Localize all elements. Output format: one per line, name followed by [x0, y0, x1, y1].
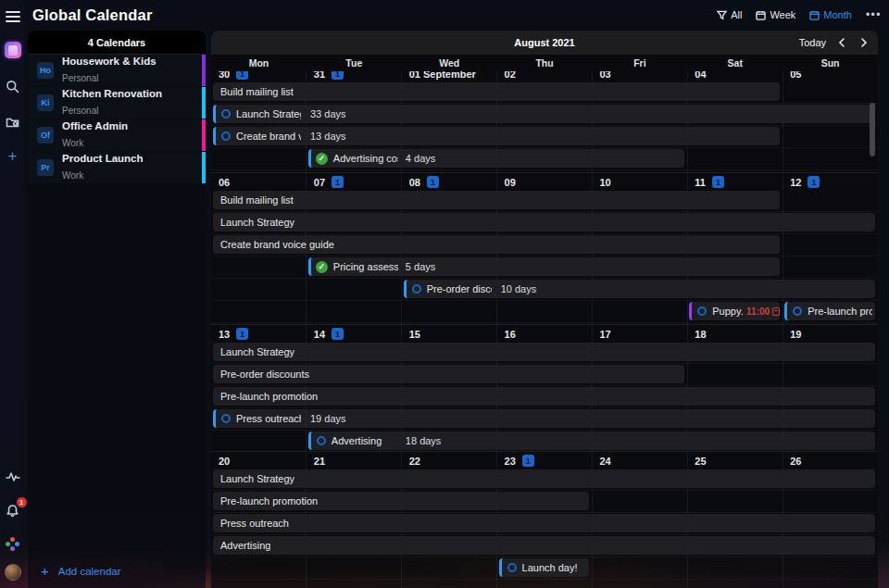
date-cell[interactable]: 20: [211, 452, 307, 467]
event-title: Launch Strategy: [231, 108, 301, 119]
date-cell[interactable]: 071: [307, 173, 402, 188]
calendar-event[interactable]: Advertising18 days: [308, 432, 875, 450]
calendar-event[interactable]: ✓Advertising cost...4 days: [308, 149, 684, 168]
date-cell[interactable]: 01 September: [402, 71, 497, 80]
calendar-event[interactable]: Pre-launch promotion: [213, 387, 875, 406]
calendar-week-row: 060710810910111121Build mailing listLaun…: [211, 172, 878, 324]
day-header: Wed: [402, 55, 497, 71]
date-cell[interactable]: 19: [783, 325, 878, 340]
page-title: Global Calendar: [32, 6, 153, 24]
task-done-icon: ✓: [316, 153, 328, 165]
date-cell[interactable]: 16: [497, 325, 593, 340]
event-title: Launch Strategy: [213, 346, 294, 357]
day-header-row: Mon Tue Wed Thu Fri Sat Sun: [211, 55, 878, 71]
calendar-list-item[interactable]: HoHousework & KidsPersonal: [28, 55, 206, 86]
date-cell[interactable]: 311: [307, 71, 402, 80]
date-cell[interactable]: 24: [592, 452, 687, 467]
filter-all-button[interactable]: All: [717, 9, 742, 20]
notification-badge: 1: [17, 497, 27, 507]
date-cell[interactable]: 04: [687, 71, 783, 80]
calendar-color-stripe: [202, 87, 206, 119]
activity-icon[interactable]: [6, 469, 20, 484]
calendar-initials-badge: Of: [37, 127, 54, 144]
app-logo-icon[interactable]: [5, 42, 21, 58]
task-circle-icon: [507, 563, 517, 572]
calendar-event[interactable]: Press outreach19 days: [213, 409, 875, 428]
calendar-list-item[interactable]: KiKitchen RenovationPersonal: [28, 87, 206, 119]
date-number: 25: [695, 456, 706, 467]
calendar-event[interactable]: Pre-order discounts: [213, 365, 684, 383]
calendar-event[interactable]: Launch day!: [499, 558, 590, 577]
date-cell[interactable]: 05: [783, 71, 878, 80]
user-avatar[interactable]: [5, 564, 21, 581]
calendar-event[interactable]: Launch Strategy: [213, 343, 875, 361]
month-view-button[interactable]: Month: [809, 9, 852, 20]
date-cell[interactable]: 06: [211, 173, 307, 188]
calendar-event[interactable]: ✓Pricing assessm...5 days: [308, 257, 780, 276]
date-cell[interactable]: 10: [592, 173, 687, 188]
previous-month-button[interactable]: [835, 36, 848, 49]
day-header: Thu: [497, 55, 593, 71]
search-icon[interactable]: [6, 79, 20, 94]
calendar-event[interactable]: Pre-launch pro...: [784, 302, 875, 320]
event-title: Press outreach: [231, 413, 301, 424]
integrations-icon[interactable]: [6, 536, 20, 551]
event-duration: 13 days: [310, 127, 346, 145]
calendar-event[interactable]: Launch Strategy: [213, 469, 875, 488]
calendar-event[interactable]: Build mailing list: [213, 191, 780, 209]
date-cell[interactable]: 26: [783, 452, 878, 467]
event-title: Pricing assessm...: [328, 261, 398, 272]
date-cell[interactable]: 09: [497, 173, 593, 188]
date-cell[interactable]: 22: [402, 452, 497, 467]
calendar-event[interactable]: Pre-launch promotion: [213, 492, 589, 510]
calendar-event[interactable]: Press outreach: [213, 514, 875, 532]
date-cell[interactable]: 141: [307, 325, 402, 340]
date-number: 22: [409, 456, 420, 467]
next-month-button[interactable]: [858, 36, 870, 49]
calendar-initials-badge: Pr: [37, 159, 54, 176]
date-cell[interactable]: 301: [211, 71, 307, 80]
reminder-icon: [772, 307, 780, 316]
calendar-event[interactable]: Pre-order disco...10 days: [404, 280, 875, 298]
event-count-badge: 1: [427, 176, 439, 188]
event-duration: 10 days: [501, 280, 537, 298]
calendar-event[interactable]: Launch Strategy: [213, 213, 875, 231]
date-cell[interactable]: 17: [592, 325, 687, 340]
calendar-list-item[interactable]: PrProduct LaunchWork: [28, 152, 206, 183]
notifications-bell-icon[interactable]: 1: [6, 503, 20, 518]
calendar-event[interactable]: Create brand voice guide: [213, 235, 780, 254]
event-title: Launch Strategy: [213, 473, 294, 484]
calendar-event[interactable]: Advertising: [213, 536, 875, 555]
date-cell[interactable]: 231: [497, 452, 593, 467]
date-number: 24: [599, 456, 610, 467]
date-cell[interactable]: 21: [307, 452, 402, 467]
today-button[interactable]: Today: [799, 37, 826, 48]
task-circle-icon: [317, 436, 326, 445]
date-cell[interactable]: 121: [783, 173, 878, 188]
date-cell[interactable]: 18: [687, 325, 783, 340]
date-cell[interactable]: 081: [402, 173, 497, 188]
calendar-list-item[interactable]: OfOffice AdminWork: [28, 119, 206, 151]
vertical-scrollbar[interactable]: [870, 103, 875, 156]
date-cell[interactable]: 03: [592, 71, 687, 80]
event-time: 11:00: [746, 307, 770, 317]
calendar-event[interactable]: Build mailing list: [213, 82, 780, 101]
date-cell[interactable]: 15: [402, 325, 497, 340]
more-options-button[interactable]: •••: [866, 8, 882, 21]
date-number: 16: [505, 329, 516, 340]
calendar-event[interactable]: Puppy...11:00: [689, 302, 780, 320]
hamburger-menu-icon[interactable]: [6, 8, 20, 25]
date-cell[interactable]: 131: [211, 325, 307, 340]
month-grid: 30131101 September02030405Build mailing …: [211, 71, 878, 588]
date-number: 07: [314, 177, 325, 188]
calendar-event[interactable]: Launch Strategy33 days: [213, 105, 875, 123]
add-calendar-button[interactable]: + Add calendar: [41, 563, 121, 579]
add-icon[interactable]: +: [6, 149, 20, 164]
calendar-event[interactable]: Create brand vo...13 days: [213, 127, 780, 145]
event-title: Advertising cost...: [328, 153, 398, 164]
week-view-button[interactable]: Week: [756, 9, 795, 20]
date-cell[interactable]: 25: [687, 452, 783, 467]
folder-icon[interactable]: [6, 114, 20, 129]
date-cell[interactable]: 02: [497, 71, 593, 80]
date-cell[interactable]: 111: [687, 173, 783, 188]
